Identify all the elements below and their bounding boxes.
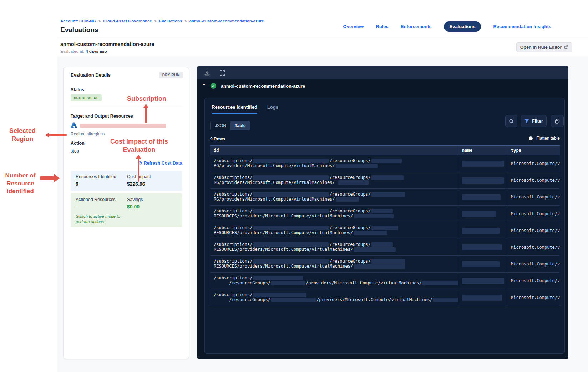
- id-cell: /subscriptions/ /resourceGroups//provide…: [210, 289, 458, 306]
- refresh-cost-data-link[interactable]: ⟳Refresh Cost Data: [135, 160, 182, 166]
- redacted-value: [338, 180, 369, 185]
- column-header-name[interactable]: name: [458, 146, 508, 155]
- filter-funnel-icon: [524, 119, 529, 124]
- redacted-value: [422, 281, 458, 285]
- nav-enforcements[interactable]: Enforcements: [401, 24, 432, 29]
- type-cell: Microsoft.Compute/virtu: [508, 155, 560, 172]
- breadcrumb-item[interactable]: Evaluations: [159, 19, 182, 23]
- redacted-name: [462, 177, 504, 184]
- breadcrumb-item[interactable]: Cloud Asset Governance: [103, 19, 152, 23]
- column-header-id[interactable]: id: [210, 146, 458, 155]
- id-cell: /subscriptions//resourceGroups/ RESOURCE…: [210, 256, 458, 272]
- status-label: Status: [71, 87, 84, 92]
- nav-recommendation-insights[interactable]: Recommendation Insights: [493, 24, 551, 29]
- column-header-type[interactable]: type: [508, 146, 560, 155]
- redacted-value: [253, 159, 329, 163]
- id-cell: /subscriptions//resourceGroups/ RG/provi…: [210, 155, 458, 172]
- download-icon[interactable]: [204, 70, 210, 76]
- nav-overview[interactable]: Overview: [343, 24, 364, 29]
- type-cell: Microsoft.Compute/virtu: [508, 256, 560, 272]
- card-divider: [71, 106, 182, 106]
- toggle-table[interactable]: Table: [230, 121, 250, 130]
- subscription-arrow-line: [145, 107, 147, 123]
- status-badge: SUCCESSFUL: [71, 94, 102, 101]
- redacted-value: [354, 231, 387, 235]
- table-row[interactable]: /subscriptions//resourceGroups/ RESOURCE…: [210, 239, 560, 255]
- search-button[interactable]: [505, 115, 517, 127]
- redacted-value: [336, 164, 378, 168]
- toggle-json[interactable]: JSON: [211, 121, 230, 130]
- action-label: Action: [71, 141, 85, 146]
- tab-resources-identified[interactable]: Resources Identified: [212, 104, 257, 114]
- actioned-resources-value: -: [76, 204, 116, 210]
- id-cell: /subscriptions/ /resourceGroups//provide…: [210, 273, 458, 289]
- table-row[interactable]: /subscriptions//resourceGroups/ RG/provi…: [210, 172, 560, 188]
- dry-run-badge: DRY RUN: [159, 72, 183, 78]
- page: Account: CCM-NG>Cloud Asset Governance>E…: [0, 0, 588, 372]
- redacted-value: [371, 159, 402, 163]
- redacted-value: [354, 247, 396, 252]
- fullscreen-icon[interactable]: [219, 70, 225, 76]
- id-cell: /subscriptions//resourceGroups/ RG/provi…: [210, 172, 458, 188]
- evaluated-at: Evaluated at:4 days ago: [60, 49, 107, 53]
- breadcrumb: Account: CCM-NG>Cloud Asset Governance>E…: [60, 19, 264, 23]
- annotation-resource-count: Number of Resource identified: [1, 172, 40, 195]
- breadcrumb-separator: >: [184, 19, 187, 23]
- table-row[interactable]: /subscriptions//resourceGroups/ RG/provi…: [210, 155, 560, 172]
- table-row[interactable]: /subscriptions//resourceGroups/ RESOURCE…: [210, 222, 560, 239]
- resources-card: Resources Identified Logs JSON Table Fil…: [204, 98, 565, 354]
- open-in-rule-editor-label: Open in Rule Editor: [520, 45, 562, 50]
- flatten-table-radio[interactable]: [529, 136, 533, 140]
- redacted-value: [371, 209, 393, 213]
- type-cell: Microsoft.Compute/virtu: [508, 172, 560, 188]
- nav-evaluations[interactable]: Evaluations: [444, 21, 481, 32]
- table-row[interactable]: /subscriptions//resourceGroups/ RESOURCE…: [210, 205, 560, 222]
- redacted-value: [253, 209, 329, 213]
- redacted-value: [354, 214, 394, 218]
- redacted-value: [253, 226, 329, 230]
- redacted-value: [336, 197, 359, 202]
- redacted-value: [253, 259, 329, 264]
- success-check-icon: ✓: [211, 83, 216, 89]
- name-cell: [458, 256, 508, 272]
- filter-button[interactable]: Filter: [521, 115, 547, 127]
- evaluated-at-label: Evaluated at:: [60, 49, 84, 53]
- table-row[interactable]: /subscriptions//resourceGroups/ RG/provi…: [210, 188, 560, 205]
- table-row[interactable]: /subscriptions/ /resourceGroups//provide…: [210, 272, 560, 289]
- collapse-chevron-icon[interactable]: ⌃: [202, 84, 206, 88]
- table-row[interactable]: /subscriptions//resourceGroups/ RESOURCE…: [210, 255, 560, 272]
- resources-table: id name type /subscriptions//resourceGro…: [210, 145, 560, 306]
- selected-region-arrow-line: [49, 134, 67, 136]
- cost-impact-arrow-line: [138, 158, 139, 182]
- header-divider: [57, 37, 588, 37]
- resources-stats-box: Resources Identified 9 Cost Impact $226.…: [71, 171, 182, 191]
- evaluation-details-card: Evaluation Details DRY RUN Status SUCCES…: [63, 67, 189, 359]
- open-in-rule-editor-button[interactable]: Open in Rule Editor: [516, 42, 572, 52]
- table-body: /subscriptions//resourceGroups/ RG/provi…: [210, 155, 560, 306]
- external-link-icon: [564, 45, 568, 49]
- result-section-header[interactable]: ⌃ ✓ anmol-custom-recommendation-azure: [202, 83, 305, 89]
- redacted-name: [462, 261, 500, 267]
- table-header-row: id name type: [210, 146, 560, 155]
- redacted-value: [253, 175, 329, 180]
- breadcrumb-item[interactable]: anmol-custom-recommendation-azure: [189, 19, 264, 23]
- nav-rules[interactable]: Rules: [376, 24, 388, 29]
- copy-button[interactable]: [551, 115, 564, 127]
- breadcrumb-item[interactable]: Account: CCM-NG: [60, 19, 96, 23]
- id-cell: /subscriptions//resourceGroups/ RG/provi…: [210, 189, 458, 205]
- id-cell: /subscriptions//resourceGroups/ RESOURCE…: [210, 239, 458, 255]
- resource-count-arrowhead: [54, 174, 60, 183]
- table-row[interactable]: /subscriptions/ /resourceGroups//provide…: [210, 289, 560, 306]
- target-resources-label: Target and Output Resources: [71, 114, 133, 119]
- resources-identified-label: Resources Identified: [76, 174, 116, 179]
- redacted-value: [253, 192, 329, 197]
- details-card-title: Evaluation Details: [71, 72, 111, 78]
- search-icon: [509, 119, 514, 124]
- flatten-table-label: Flatten table: [536, 136, 560, 141]
- redacted-value: [253, 293, 306, 297]
- redacted-name: [462, 244, 502, 250]
- tab-logs[interactable]: Logs: [267, 104, 278, 114]
- redacted-value: [433, 298, 458, 302]
- breadcrumb-separator: >: [98, 19, 101, 23]
- name-cell: [458, 273, 508, 289]
